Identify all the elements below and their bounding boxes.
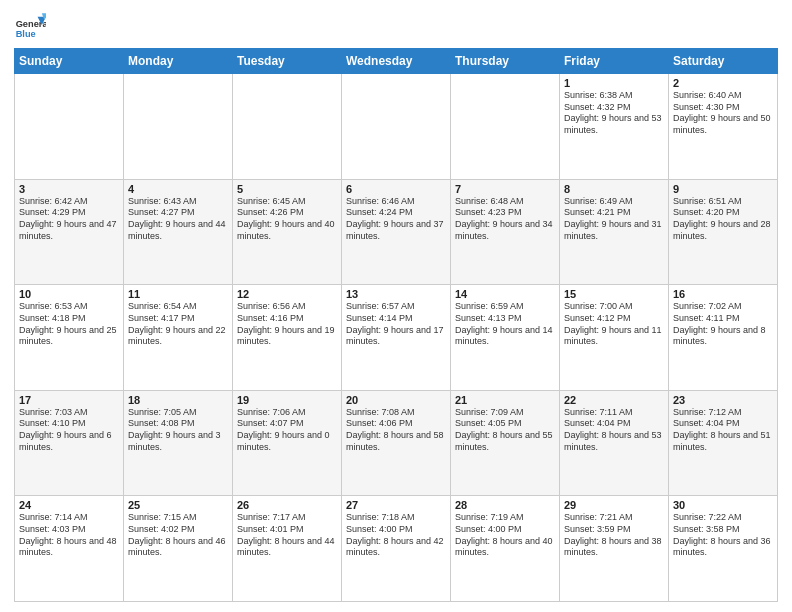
- calendar-cell: 5Sunrise: 6:45 AMSunset: 4:26 PMDaylight…: [233, 179, 342, 285]
- day-info: Sunrise: 6:42 AMSunset: 4:29 PMDaylight:…: [19, 196, 119, 243]
- day-number: 21: [455, 394, 555, 406]
- calendar-cell: 10Sunrise: 6:53 AMSunset: 4:18 PMDayligh…: [15, 285, 124, 391]
- day-number: 3: [19, 183, 119, 195]
- calendar-cell: 14Sunrise: 6:59 AMSunset: 4:13 PMDayligh…: [451, 285, 560, 391]
- day-info: Sunrise: 6:53 AMSunset: 4:18 PMDaylight:…: [19, 301, 119, 348]
- day-info: Sunrise: 7:21 AMSunset: 3:59 PMDaylight:…: [564, 512, 664, 559]
- day-number: 4: [128, 183, 228, 195]
- calendar-cell: [451, 74, 560, 180]
- svg-text:Blue: Blue: [16, 29, 36, 39]
- calendar-cell: 7Sunrise: 6:48 AMSunset: 4:23 PMDaylight…: [451, 179, 560, 285]
- calendar-cell: 6Sunrise: 6:46 AMSunset: 4:24 PMDaylight…: [342, 179, 451, 285]
- day-number: 22: [564, 394, 664, 406]
- day-number: 23: [673, 394, 773, 406]
- calendar-cell: 24Sunrise: 7:14 AMSunset: 4:03 PMDayligh…: [15, 496, 124, 602]
- calendar-cell: 18Sunrise: 7:05 AMSunset: 4:08 PMDayligh…: [124, 390, 233, 496]
- calendar-cell: 4Sunrise: 6:43 AMSunset: 4:27 PMDaylight…: [124, 179, 233, 285]
- calendar-cell: 17Sunrise: 7:03 AMSunset: 4:10 PMDayligh…: [15, 390, 124, 496]
- calendar-cell: [233, 74, 342, 180]
- day-number: 29: [564, 499, 664, 511]
- day-number: 12: [237, 288, 337, 300]
- day-header-tuesday: Tuesday: [233, 49, 342, 74]
- day-info: Sunrise: 7:02 AMSunset: 4:11 PMDaylight:…: [673, 301, 773, 348]
- day-number: 7: [455, 183, 555, 195]
- day-info: Sunrise: 6:59 AMSunset: 4:13 PMDaylight:…: [455, 301, 555, 348]
- day-info: Sunrise: 7:14 AMSunset: 4:03 PMDaylight:…: [19, 512, 119, 559]
- calendar-cell: 19Sunrise: 7:06 AMSunset: 4:07 PMDayligh…: [233, 390, 342, 496]
- day-info: Sunrise: 6:48 AMSunset: 4:23 PMDaylight:…: [455, 196, 555, 243]
- calendar-cell: 22Sunrise: 7:11 AMSunset: 4:04 PMDayligh…: [560, 390, 669, 496]
- day-info: Sunrise: 7:08 AMSunset: 4:06 PMDaylight:…: [346, 407, 446, 454]
- day-number: 28: [455, 499, 555, 511]
- logo: General Blue: [14, 10, 50, 42]
- calendar-cell: 25Sunrise: 7:15 AMSunset: 4:02 PMDayligh…: [124, 496, 233, 602]
- day-info: Sunrise: 7:18 AMSunset: 4:00 PMDaylight:…: [346, 512, 446, 559]
- day-header-friday: Friday: [560, 49, 669, 74]
- calendar-cell: 9Sunrise: 6:51 AMSunset: 4:20 PMDaylight…: [669, 179, 778, 285]
- day-info: Sunrise: 6:49 AMSunset: 4:21 PMDaylight:…: [564, 196, 664, 243]
- calendar-cell: [342, 74, 451, 180]
- day-number: 10: [19, 288, 119, 300]
- calendar-cell: [15, 74, 124, 180]
- calendar-cell: 29Sunrise: 7:21 AMSunset: 3:59 PMDayligh…: [560, 496, 669, 602]
- day-header-monday: Monday: [124, 49, 233, 74]
- day-number: 27: [346, 499, 446, 511]
- day-number: 5: [237, 183, 337, 195]
- day-info: Sunrise: 6:51 AMSunset: 4:20 PMDaylight:…: [673, 196, 773, 243]
- day-info: Sunrise: 6:38 AMSunset: 4:32 PMDaylight:…: [564, 90, 664, 137]
- day-info: Sunrise: 7:03 AMSunset: 4:10 PMDaylight:…: [19, 407, 119, 454]
- day-header-saturday: Saturday: [669, 49, 778, 74]
- day-number: 16: [673, 288, 773, 300]
- calendar-cell: 20Sunrise: 7:08 AMSunset: 4:06 PMDayligh…: [342, 390, 451, 496]
- day-info: Sunrise: 6:40 AMSunset: 4:30 PMDaylight:…: [673, 90, 773, 137]
- day-info: Sunrise: 7:05 AMSunset: 4:08 PMDaylight:…: [128, 407, 228, 454]
- day-info: Sunrise: 6:43 AMSunset: 4:27 PMDaylight:…: [128, 196, 228, 243]
- calendar-cell: 1Sunrise: 6:38 AMSunset: 4:32 PMDaylight…: [560, 74, 669, 180]
- calendar-cell: 3Sunrise: 6:42 AMSunset: 4:29 PMDaylight…: [15, 179, 124, 285]
- day-info: Sunrise: 7:17 AMSunset: 4:01 PMDaylight:…: [237, 512, 337, 559]
- day-number: 1: [564, 77, 664, 89]
- calendar-cell: 16Sunrise: 7:02 AMSunset: 4:11 PMDayligh…: [669, 285, 778, 391]
- day-number: 25: [128, 499, 228, 511]
- day-number: 18: [128, 394, 228, 406]
- day-header-sunday: Sunday: [15, 49, 124, 74]
- day-number: 9: [673, 183, 773, 195]
- day-info: Sunrise: 6:45 AMSunset: 4:26 PMDaylight:…: [237, 196, 337, 243]
- day-number: 17: [19, 394, 119, 406]
- day-info: Sunrise: 6:57 AMSunset: 4:14 PMDaylight:…: [346, 301, 446, 348]
- calendar-cell: 15Sunrise: 7:00 AMSunset: 4:12 PMDayligh…: [560, 285, 669, 391]
- day-info: Sunrise: 7:15 AMSunset: 4:02 PMDaylight:…: [128, 512, 228, 559]
- calendar-cell: 13Sunrise: 6:57 AMSunset: 4:14 PMDayligh…: [342, 285, 451, 391]
- day-header-wednesday: Wednesday: [342, 49, 451, 74]
- calendar-cell: 27Sunrise: 7:18 AMSunset: 4:00 PMDayligh…: [342, 496, 451, 602]
- day-info: Sunrise: 7:00 AMSunset: 4:12 PMDaylight:…: [564, 301, 664, 348]
- day-info: Sunrise: 6:56 AMSunset: 4:16 PMDaylight:…: [237, 301, 337, 348]
- day-number: 8: [564, 183, 664, 195]
- day-number: 13: [346, 288, 446, 300]
- day-info: Sunrise: 7:09 AMSunset: 4:05 PMDaylight:…: [455, 407, 555, 454]
- calendar-cell: 30Sunrise: 7:22 AMSunset: 3:58 PMDayligh…: [669, 496, 778, 602]
- day-number: 26: [237, 499, 337, 511]
- day-header-thursday: Thursday: [451, 49, 560, 74]
- day-number: 11: [128, 288, 228, 300]
- day-info: Sunrise: 7:12 AMSunset: 4:04 PMDaylight:…: [673, 407, 773, 454]
- day-info: Sunrise: 7:06 AMSunset: 4:07 PMDaylight:…: [237, 407, 337, 454]
- day-number: 14: [455, 288, 555, 300]
- calendar-cell: 12Sunrise: 6:56 AMSunset: 4:16 PMDayligh…: [233, 285, 342, 391]
- day-number: 6: [346, 183, 446, 195]
- calendar-cell: [124, 74, 233, 180]
- calendar-cell: 28Sunrise: 7:19 AMSunset: 4:00 PMDayligh…: [451, 496, 560, 602]
- day-info: Sunrise: 7:11 AMSunset: 4:04 PMDaylight:…: [564, 407, 664, 454]
- day-number: 24: [19, 499, 119, 511]
- day-info: Sunrise: 6:46 AMSunset: 4:24 PMDaylight:…: [346, 196, 446, 243]
- calendar-table: SundayMondayTuesdayWednesdayThursdayFrid…: [14, 48, 778, 602]
- calendar-cell: 11Sunrise: 6:54 AMSunset: 4:17 PMDayligh…: [124, 285, 233, 391]
- day-info: Sunrise: 6:54 AMSunset: 4:17 PMDaylight:…: [128, 301, 228, 348]
- day-number: 19: [237, 394, 337, 406]
- day-number: 2: [673, 77, 773, 89]
- day-info: Sunrise: 7:22 AMSunset: 3:58 PMDaylight:…: [673, 512, 773, 559]
- day-info: Sunrise: 7:19 AMSunset: 4:00 PMDaylight:…: [455, 512, 555, 559]
- day-number: 30: [673, 499, 773, 511]
- calendar-cell: 26Sunrise: 7:17 AMSunset: 4:01 PMDayligh…: [233, 496, 342, 602]
- calendar-cell: 23Sunrise: 7:12 AMSunset: 4:04 PMDayligh…: [669, 390, 778, 496]
